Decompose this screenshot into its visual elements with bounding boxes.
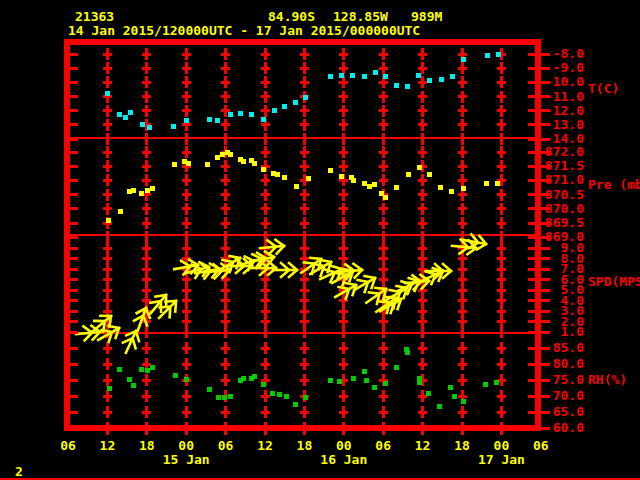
y-axis-tick-label: 871.0 bbox=[524, 172, 584, 187]
panel-title: SPD(MPS) bbox=[588, 274, 640, 289]
axis-dash-left bbox=[64, 222, 78, 225]
axis-dash-left bbox=[64, 81, 78, 84]
x-axis-hour-label: 18 bbox=[291, 438, 317, 453]
y-axis-tick-label: 869.5 bbox=[524, 215, 584, 230]
bottom-frame-tick bbox=[264, 422, 267, 435]
axis-dash-left bbox=[64, 320, 78, 323]
y-axis-tick-label: -13.0 bbox=[524, 117, 584, 132]
x-axis-hour-label: 06 bbox=[370, 438, 396, 453]
plot-frame bbox=[64, 39, 541, 431]
axis-dash-left bbox=[64, 247, 78, 250]
time-period: 14 Jan 2015/120000UTC - 17 Jan 2015/0000… bbox=[68, 23, 420, 38]
panel-title: Pre (mb) bbox=[588, 177, 640, 192]
station-longitude: 128.85W bbox=[333, 9, 388, 24]
axis-dash-left bbox=[64, 179, 78, 182]
axis-dash-left bbox=[64, 278, 78, 281]
x-axis-hour-label: 12 bbox=[252, 438, 278, 453]
x-axis-hour-label: 18 bbox=[449, 438, 475, 453]
y-axis-tick-label: 65.0 bbox=[524, 404, 584, 419]
axis-dash-left bbox=[64, 379, 78, 382]
bottom-frame-tick bbox=[461, 422, 464, 435]
bottom-frame-tick bbox=[185, 422, 188, 435]
axis-dash-left bbox=[64, 310, 78, 313]
y-axis-tick-label: 871.5 bbox=[524, 158, 584, 173]
axis-dash-left bbox=[64, 165, 78, 168]
bottom-frame-tick bbox=[224, 422, 227, 435]
y-axis-tick-label: -8.0 bbox=[524, 46, 584, 61]
bottom-frame-tick bbox=[382, 422, 385, 435]
bottom-frame-tick bbox=[106, 422, 109, 435]
y-axis-tick-label: 70.0 bbox=[524, 388, 584, 403]
x-axis-date-label: 17 Jan bbox=[471, 452, 531, 467]
station-timeseries-screen: 21363 84.90S 128.85W 989M 14 Jan 2015/12… bbox=[0, 0, 640, 480]
y-axis-tick-label: 872.0 bbox=[524, 144, 584, 159]
axis-dash-left bbox=[64, 289, 78, 292]
axis-dash-left bbox=[64, 347, 78, 350]
x-axis-hour-label: 06 bbox=[528, 438, 554, 453]
bottom-frame-tick bbox=[342, 422, 345, 435]
bottom-frame-tick bbox=[145, 422, 148, 435]
bottom-frame-tick bbox=[303, 422, 306, 435]
axis-dash-left bbox=[64, 268, 78, 271]
axis-dash-left bbox=[64, 109, 78, 112]
x-axis-hour-label: 18 bbox=[134, 438, 160, 453]
axis-dash-left bbox=[64, 236, 78, 239]
y-axis-tick-label: 60.0 bbox=[524, 420, 584, 435]
axis-dash-left bbox=[64, 138, 78, 141]
x-axis-hour-label: 12 bbox=[94, 438, 120, 453]
axis-dash-left bbox=[64, 53, 78, 56]
y-axis-tick-label: -9.0 bbox=[524, 60, 584, 75]
y-axis-tick-label: -10.0 bbox=[524, 74, 584, 89]
station-id: 21363 bbox=[75, 9, 114, 24]
axis-dash-left bbox=[64, 299, 78, 302]
y-axis-tick-label: -11.0 bbox=[524, 89, 584, 104]
x-axis-hour-label: 00 bbox=[173, 438, 199, 453]
y-axis-tick-label: -12.0 bbox=[524, 103, 584, 118]
panel-title: T(C) bbox=[588, 81, 619, 96]
bottom-frame-tick bbox=[421, 422, 424, 435]
panel-title: RH(%) bbox=[588, 372, 627, 387]
x-axis-hour-label: 00 bbox=[488, 438, 514, 453]
axis-dash-left bbox=[64, 427, 78, 430]
y-axis-tick-label: 80.0 bbox=[524, 356, 584, 371]
x-axis-hour-label: 00 bbox=[331, 438, 357, 453]
y-axis-tick-label: 1.0 bbox=[524, 324, 584, 339]
axis-dash-left bbox=[64, 123, 78, 126]
x-axis-date-label: 15 Jan bbox=[156, 452, 216, 467]
bottom-frame-tick bbox=[500, 422, 503, 435]
x-axis-date-label: 16 Jan bbox=[314, 452, 374, 467]
x-axis-hour-label: 12 bbox=[410, 438, 436, 453]
page-number: 2 bbox=[15, 464, 23, 479]
axis-dash-left bbox=[64, 395, 78, 398]
axis-dash-left bbox=[64, 411, 78, 414]
x-axis-hour-label: 06 bbox=[213, 438, 239, 453]
axis-dash-left bbox=[64, 363, 78, 366]
y-axis-tick-label: 85.0 bbox=[524, 340, 584, 355]
axis-dash-left bbox=[64, 257, 78, 260]
x-axis-hour-label: 06 bbox=[55, 438, 81, 453]
station-latitude: 84.90S bbox=[268, 9, 315, 24]
axis-dash-left bbox=[64, 193, 78, 196]
y-axis-tick-label: 870.5 bbox=[524, 187, 584, 202]
y-axis-tick-label: 75.0 bbox=[524, 372, 584, 387]
axis-dash-left bbox=[64, 207, 78, 210]
station-elevation: 989M bbox=[411, 9, 442, 24]
axis-dash-left bbox=[64, 331, 78, 334]
y-axis-tick-label: 870.0 bbox=[524, 201, 584, 216]
axis-dash-left bbox=[64, 67, 78, 70]
axis-dash-left bbox=[64, 151, 78, 154]
axis-dash-left bbox=[64, 95, 78, 98]
